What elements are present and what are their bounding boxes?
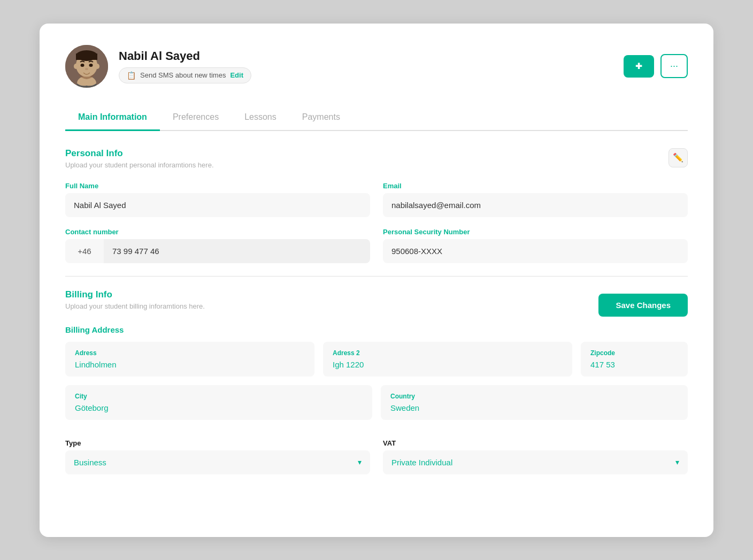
address2-label: Adress 2	[333, 349, 563, 357]
svg-rect-4	[76, 53, 97, 60]
type-select[interactable]: Business ▾	[65, 450, 370, 474]
personal-info-sub: Upload your student personal inforamtion…	[65, 161, 214, 169]
header-left: Nabil Al Sayed 📋 Send SMS about new time…	[65, 45, 251, 88]
edit-pencil-button[interactable]: ✏️	[669, 148, 688, 167]
address2-cell: Adress 2 Igh 1220	[323, 342, 572, 377]
type-value: Business	[74, 458, 106, 467]
billing-info-title: Billing Info	[65, 289, 205, 300]
sms-icon: 📋	[127, 71, 136, 80]
vat-chevron-icon: ▾	[675, 458, 679, 466]
billing-info-section: Billing Info Upload your student billing…	[65, 289, 688, 474]
full-name-label: Full Name	[65, 182, 370, 190]
svg-point-7	[81, 64, 84, 67]
email-label: Email	[383, 182, 688, 190]
personal-info-title: Personal Info	[65, 148, 214, 159]
security-label: Personal Security Number	[383, 228, 688, 236]
address1-cell: Adress Lindholmen	[65, 342, 314, 377]
city-country-row: City Göteborg Country Sweden	[65, 385, 688, 420]
contact-label: Contact number	[65, 228, 370, 236]
phone-number-input[interactable]	[104, 239, 370, 263]
student-name: Nabil Al Sayed	[119, 49, 251, 63]
email-input[interactable]	[383, 193, 688, 217]
personal-info-header: Personal Info Upload your student person…	[65, 148, 688, 180]
city-label: City	[75, 393, 363, 400]
full-name-group: Full Name	[65, 182, 370, 217]
main-card: Nabil Al Sayed 📋 Send SMS about new time…	[40, 24, 713, 537]
type-vat-row: Type Business ▾ VAT Private Individual ▾	[65, 439, 688, 474]
personal-info-section: Personal Info Upload your student person…	[65, 148, 688, 263]
vat-value: Private Individual	[391, 458, 452, 467]
svg-point-9	[85, 68, 88, 70]
tabs-bar: Main Information Preferences Lessons Pay…	[65, 105, 688, 131]
personal-info-header-left: Personal Info Upload your student person…	[65, 148, 214, 180]
type-group: Type Business ▾	[65, 439, 370, 474]
svg-point-6	[95, 64, 99, 69]
address-rows: Adress Lindholmen Adress 2 Igh 1220 Zipc…	[65, 342, 688, 474]
contact-group: Contact number +46	[65, 228, 370, 263]
full-name-input[interactable]	[65, 193, 370, 217]
billing-info-header: Billing Info Upload your student billing…	[65, 289, 688, 321]
section-divider	[65, 276, 688, 277]
tab-payments[interactable]: Payments	[289, 105, 353, 131]
tab-main-information[interactable]: Main Information	[65, 105, 160, 131]
address1-label: Adress	[75, 349, 305, 357]
billing-address-label: Billing Address	[65, 325, 688, 334]
save-changes-button[interactable]: Save Changes	[598, 294, 688, 317]
security-input[interactable]	[383, 239, 688, 263]
name-email-row: Full Name Email	[65, 182, 688, 217]
zipcode-cell: Zipcode 417 53	[581, 342, 688, 377]
country-cell: Country Sweden	[381, 385, 688, 420]
phone-prefix: +46	[65, 239, 104, 263]
page-header: Nabil Al Sayed 📋 Send SMS about new time…	[65, 45, 688, 88]
sms-badge: 📋 Send SMS about new times Edit	[119, 67, 251, 83]
header-right: ✚ ···	[624, 54, 688, 78]
security-group: Personal Security Number	[383, 228, 688, 263]
sms-label: Send SMS about new times	[140, 71, 226, 79]
zipcode-value: 417 53	[590, 360, 678, 369]
country-label: Country	[390, 393, 678, 400]
header-info: Nabil Al Sayed 📋 Send SMS about new time…	[119, 49, 251, 83]
tab-lessons[interactable]: Lessons	[232, 105, 289, 131]
zipcode-label: Zipcode	[590, 349, 678, 357]
vat-label: VAT	[383, 439, 688, 447]
billing-info-sub: Upload your student billing inforamtions…	[65, 302, 205, 310]
svg-point-5	[74, 64, 78, 69]
contact-security-row: Contact number +46 Personal Security Num…	[65, 228, 688, 263]
tab-preferences[interactable]: Preferences	[160, 105, 232, 131]
type-chevron-icon: ▾	[358, 458, 362, 466]
city-value: Göteborg	[75, 403, 363, 412]
vat-select[interactable]: Private Individual ▾	[383, 450, 688, 474]
edit-link[interactable]: Edit	[230, 71, 243, 79]
email-group: Email	[383, 182, 688, 217]
vat-group: VAT Private Individual ▾	[383, 439, 688, 474]
billing-info-header-left: Billing Info Upload your student billing…	[65, 289, 205, 321]
schedule-lesson-button[interactable]: ✚	[624, 55, 654, 78]
address2-value: Igh 1220	[333, 360, 563, 369]
more-options-button[interactable]: ···	[660, 54, 688, 78]
address-row-1: Adress Lindholmen Adress 2 Igh 1220 Zipc…	[65, 342, 688, 377]
avatar	[65, 45, 108, 88]
type-label: Type	[65, 439, 370, 447]
phone-group: +46	[65, 239, 370, 263]
country-value: Sweden	[390, 403, 678, 412]
address1-value: Lindholmen	[75, 360, 305, 369]
city-cell: City Göteborg	[65, 385, 372, 420]
svg-point-8	[89, 64, 93, 67]
